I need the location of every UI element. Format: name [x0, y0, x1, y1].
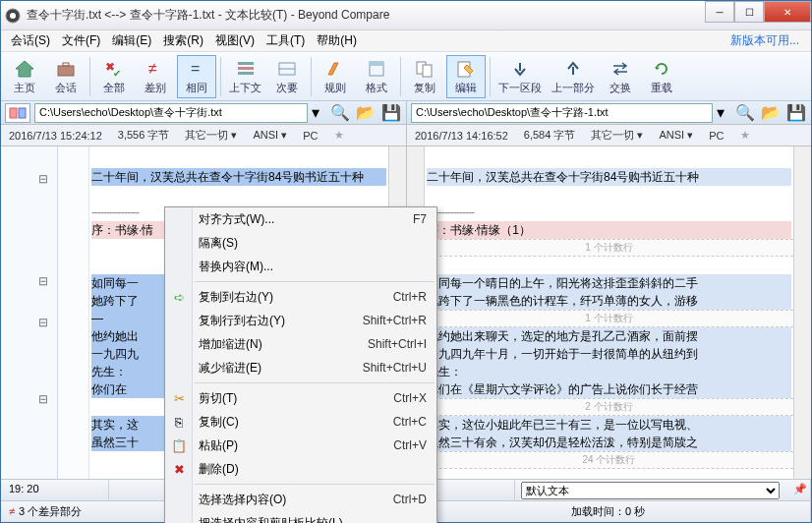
all-button[interactable]: ✖✔全部: [94, 55, 134, 98]
home-button[interactable]: 主页: [5, 55, 44, 98]
swap-button[interactable]: 交换: [601, 55, 640, 98]
ctx-indent-dec[interactable]: 减少缩进(E)Shift+Ctrl+U: [165, 356, 436, 379]
text-line[interactable]: 她跨下了一辆黑色的计程车，纤巧单薄的女人，游移: [427, 292, 791, 310]
text-line[interactable]: 二十年间，汉芙总共在查令十字街84号购书近五十种: [427, 168, 791, 186]
minimize-button[interactable]: ─: [705, 1, 734, 23]
ctx-select-selection[interactable]: 选择选择内容(O)Ctrl+D: [165, 488, 436, 511]
ctx-indent-inc[interactable]: 增加缩进(N)Shift+Ctrl+I: [165, 332, 436, 356]
collapse-icon[interactable]: ⊟: [38, 172, 48, 186]
menu-tools[interactable]: 工具(T): [261, 30, 311, 51]
encoding[interactable]: 其它一切 ▾: [185, 128, 237, 143]
thumb-left[interactable]: [5, 103, 30, 123]
text-mode-select[interactable]: 默认文本: [521, 482, 780, 499]
encoding[interactable]: 其它一切 ▾: [591, 128, 643, 143]
open-icon[interactable]: 📂: [760, 103, 782, 123]
search-icon[interactable]: 🔍: [329, 103, 351, 123]
svg-rect-2: [58, 66, 74, 76]
context-button[interactable]: 上下文: [225, 55, 265, 98]
session-button[interactable]: 会话: [46, 55, 86, 98]
path-input-right[interactable]: [411, 103, 713, 123]
minor-button[interactable]: 次要: [267, 55, 307, 98]
reload-button[interactable]: 重载: [642, 55, 681, 98]
charset[interactable]: ANSI ▾: [659, 129, 693, 142]
copy-button[interactable]: 复制: [405, 55, 444, 98]
text-line[interactable]: 其实，这位小姐此年已三十有三，是一位以写电视、: [427, 416, 791, 434]
right-content[interactable]: 二十年间，汉芙总共在查令十字街84号购书近五十种 ---------------…: [425, 146, 793, 502]
svg-text:✔: ✔: [113, 68, 121, 79]
text-line[interactable]: 你们在《星期六文学评论》的广告上说你们长于经营: [427, 380, 791, 398]
format-button[interactable]: 格式: [357, 55, 396, 98]
swap-icon: [609, 58, 632, 80]
text-line[interactable]: 他约她出来聊天，选定的地方是孔乙己酒家，面前摆: [427, 327, 791, 345]
update-link[interactable]: 新版本可用...: [730, 32, 807, 49]
separator: [195, 382, 435, 383]
ctx-align[interactable]: 对齐方式(W)...F7: [165, 207, 436, 231]
menu-file[interactable]: 文件(F): [56, 30, 106, 51]
nextsec-button[interactable]: 下一区段: [494, 55, 546, 98]
text-line[interactable]: 二十年间，汉芙总共在查令十字街84号购书近五十种: [91, 168, 386, 186]
open-icon[interactable]: 📂: [355, 103, 377, 123]
collapse-icon[interactable]: ⊟: [38, 274, 48, 288]
collapse-icon[interactable]: ⊟: [38, 316, 48, 329]
ctx-copy-right[interactable]: ➪复制到右边(Y)Ctrl+R: [165, 285, 436, 309]
ctx-isolate[interactable]: 隔离(S): [165, 231, 436, 255]
toolbar: 主页 会话 ✖✔全部 ≠差别 =相同 上下文 次要 规则 格式 复制 编辑 下一…: [1, 52, 811, 101]
star-icon: ★: [740, 129, 750, 142]
dropdown-icon[interactable]: ▾: [717, 103, 730, 122]
minor-icon: [275, 58, 299, 80]
save-icon[interactable]: 💾: [380, 103, 402, 123]
info-left: 2016/7/13 15:24:12 3,556 字节 其它一切 ▾ ANSI …: [1, 125, 406, 145]
search-icon[interactable]: 🔍: [734, 103, 756, 123]
eol[interactable]: PC: [303, 130, 318, 142]
copy-icon: [413, 58, 436, 80]
text-line[interactable]: 先生：: [427, 363, 791, 380]
ctx-copy[interactable]: ⎘复制(C)Ctrl+C: [165, 410, 436, 434]
timestamp: 2016/7/13 14:16:52: [415, 130, 508, 142]
svg-rect-18: [10, 108, 17, 118]
app-icon: [5, 8, 21, 24]
ctx-cut[interactable]: ✂剪切(T)Ctrl+X: [165, 386, 436, 410]
copy-icon: ⎘: [170, 413, 188, 431]
text-line[interactable]: 虽然三十有余，汉芙却仍是轻松活泼，特别是简牍之: [427, 434, 791, 451]
menu-edit[interactable]: 编辑(E): [106, 30, 157, 51]
dropdown-icon[interactable]: ▾: [312, 103, 325, 122]
edit-button[interactable]: 编辑: [446, 55, 486, 98]
menu-view[interactable]: 视图(V): [209, 30, 261, 51]
maximize-button[interactable]: ☐: [734, 1, 764, 23]
briefcase-icon: [54, 58, 78, 80]
ctx-delete[interactable]: ✖删除(D): [165, 457, 436, 481]
charset[interactable]: ANSI ▾: [253, 129, 287, 142]
menu-session[interactable]: 会话(S): [5, 30, 56, 51]
text-line[interactable]: 一九四九年十月，一切开始于一封很简单的从纽约到: [427, 345, 791, 363]
right-pane[interactable]: 二十年间，汉芙总共在查令十字街84号购书近五十种 ---------------…: [406, 146, 811, 502]
close-button[interactable]: ✕: [764, 1, 811, 23]
path-right: ▾ 🔍 📂 💾: [406, 101, 811, 124]
ctx-replace[interactable]: 替换内容(M)...: [165, 255, 436, 278]
svg-rect-16: [423, 65, 432, 77]
scrollbar[interactable]: [793, 146, 811, 502]
text-line[interactable]: ----------------: [427, 203, 791, 221]
text-line[interactable]: 如同每一个晴日的上午，阳光将这排歪歪斜斜的二手: [427, 274, 791, 292]
left-fold: [58, 146, 89, 502]
save-icon[interactable]: 💾: [785, 103, 807, 123]
prevpart-button[interactable]: 上一部分: [548, 55, 599, 98]
rules-button[interactable]: 规则: [316, 55, 355, 98]
svg-rect-10: [238, 72, 254, 75]
eol[interactable]: PC: [709, 130, 724, 142]
ctx-compare-clipboard[interactable]: 把选择内容和剪贴板比较(L): [165, 511, 436, 523]
text-line[interactable]: 序：书缘·情缘（1）: [427, 221, 791, 239]
svg-rect-14: [370, 62, 383, 66]
menu-search[interactable]: 搜索(R): [157, 30, 209, 51]
ctx-copyline-right[interactable]: 复制行到右边(Y)Shift+Ctrl+R: [165, 309, 436, 332]
ctx-paste[interactable]: 📋粘贴(P)Ctrl+V: [165, 434, 436, 457]
menu-help[interactable]: 帮助(H): [311, 30, 363, 51]
collapse-icon[interactable]: ⊟: [38, 392, 48, 406]
pin-icon[interactable]: 📌: [785, 480, 811, 500]
home-icon: [13, 58, 36, 80]
separator: [490, 57, 491, 96]
same-button[interactable]: =相同: [177, 55, 216, 98]
arrow-right-icon: ➪: [170, 288, 188, 306]
diff-button[interactable]: ≠差别: [136, 55, 175, 98]
path-input-left[interactable]: [34, 103, 308, 123]
gap-marker: 24 个计数行: [425, 451, 793, 469]
